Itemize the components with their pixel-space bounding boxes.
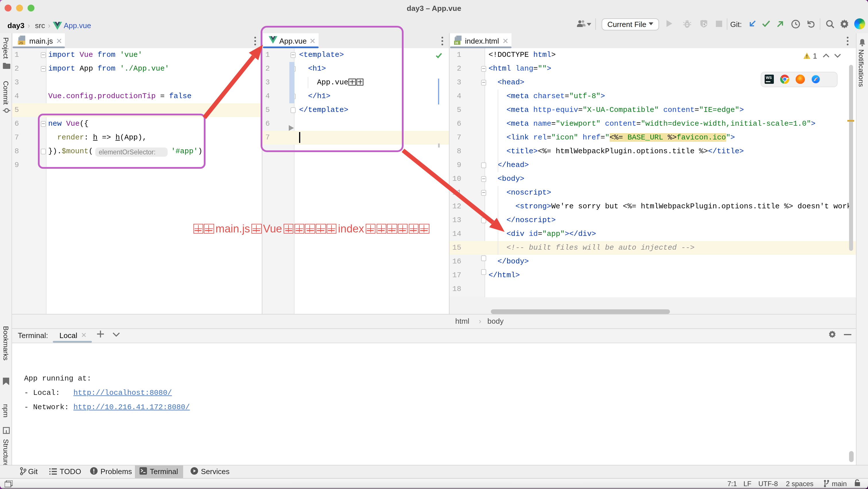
svg-text:H: H — [455, 41, 458, 45]
svg-text:JS: JS — [19, 41, 23, 45]
svg-text:WS: WS — [766, 75, 772, 80]
